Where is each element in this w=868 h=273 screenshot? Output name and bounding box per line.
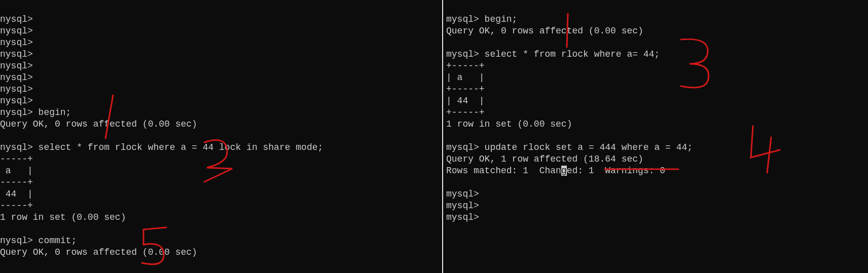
terminal-output-left: nysql> nysql> nysql> nysql> nysql> nysql… (0, 14, 442, 258)
left-terminal[interactable]: nysql> nysql> nysql> nysql> nysql> nysql… (0, 0, 443, 273)
terminal-output-right: mysql> begin; Query OK, 0 rows affected … (446, 14, 868, 223)
right-terminal[interactable]: mysql> begin; Query OK, 0 rows affected … (446, 0, 868, 273)
